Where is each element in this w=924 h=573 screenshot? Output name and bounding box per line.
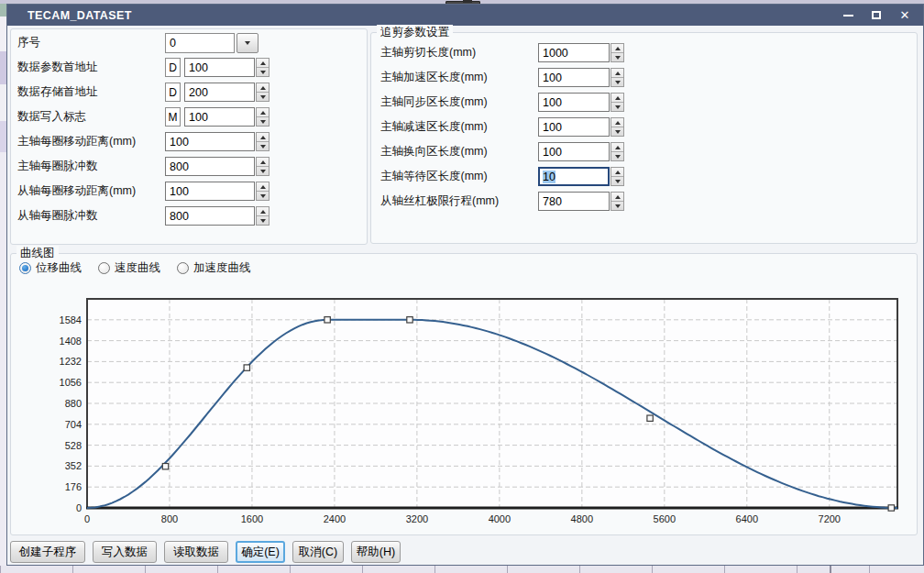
form-row-wait-zone: 主轴等待区长度(mm) 10 (371, 164, 917, 189)
cancel-button[interactable]: 取消(C) (292, 541, 344, 563)
spin-field-focused[interactable]: 10 (538, 167, 610, 186)
ok-button[interactable]: 确定(E) (236, 541, 285, 563)
arrow-up-icon (260, 111, 266, 115)
spin-up-button[interactable] (611, 94, 623, 102)
form-row-slave-distance: 从轴每圈移动距离(mm) 100 (17, 179, 361, 204)
form-row-master-distance: 主轴每圈移动距离(mm) 100 (17, 129, 361, 154)
field-label: 主轴同步区长度(mm) (380, 94, 538, 110)
spin-up-button[interactable] (257, 158, 269, 166)
spin-field[interactable]: 100 (184, 107, 255, 127)
spin-field[interactable]: 100 (165, 182, 255, 201)
displacement-curve-chart: 0176352528704880105612321408158408001600… (11, 287, 915, 534)
spin-up-button[interactable] (611, 143, 623, 151)
spin-field[interactable]: 1000 (538, 43, 610, 62)
svg-text:880: 880 (65, 398, 82, 409)
spin-up-button[interactable] (611, 44, 623, 52)
arrow-down-icon (260, 95, 266, 99)
shear-params-group: 追剪参数设置 主轴剪切长度(mm) 1000 主轴加速区长度(mm) 100 (370, 32, 918, 244)
spin-field[interactable]: 100 (538, 117, 610, 137)
spin-down-button[interactable] (611, 176, 623, 185)
spin-up-button[interactable] (257, 207, 269, 215)
spin-field[interactable]: 200 (184, 83, 255, 102)
spin-field[interactable]: 100 (538, 68, 610, 87)
spin-up-button[interactable] (257, 83, 269, 92)
spin-down-button[interactable] (611, 201, 623, 210)
read-data-button[interactable]: 读取数据 (164, 541, 228, 563)
spin-arrows (256, 206, 270, 226)
maximize-button[interactable] (866, 7, 886, 24)
spin-down-button[interactable] (611, 52, 623, 61)
spin-field[interactable]: 100 (538, 142, 610, 161)
combobox-value[interactable]: 0 (165, 33, 235, 53)
svg-text:176: 176 (65, 481, 82, 492)
create-subroutine-button[interactable]: 创建子程序 (10, 541, 85, 563)
slave-distance-spinbox: 100 (165, 182, 270, 201)
title-bar[interactable]: TECAM_DATASET ✕ (7, 5, 923, 26)
master-distance-spinbox: 100 (165, 132, 270, 151)
arrow-down-icon (260, 145, 266, 149)
spin-up-button[interactable] (611, 193, 623, 201)
spin-arrows (610, 117, 624, 137)
spin-down-button[interactable] (611, 77, 623, 86)
spin-field[interactable]: 800 (165, 206, 255, 226)
spin-down-button[interactable] (257, 67, 269, 76)
spin-field[interactable]: 780 (538, 192, 610, 211)
spin-arrows (610, 68, 624, 87)
dialog-content: 序号 0 数据参数首地址 D 100 数据存储首地址 (7, 26, 923, 565)
spin-down-button[interactable] (257, 92, 269, 101)
spin-down-button[interactable] (257, 215, 269, 225)
arrow-up-icon (615, 47, 621, 50)
arrow-up-icon (260, 210, 266, 214)
minimize-button[interactable] (838, 7, 858, 24)
curve-type-radios: 位移曲线 速度曲线 加速度曲线 (19, 260, 251, 276)
form-row-reverse-zone: 主轴换向区长度(mm) 100 (371, 139, 917, 164)
spin-field[interactable]: 100 (165, 132, 255, 151)
help-button[interactable]: 帮助(H) (351, 541, 401, 563)
spin-down-button[interactable] (611, 102, 623, 111)
spin-arrows (256, 182, 270, 201)
serial-number-combobox[interactable]: 0 (165, 33, 258, 53)
spin-field[interactable]: 800 (165, 157, 255, 176)
svg-text:1584: 1584 (60, 314, 82, 325)
svg-text:0: 0 (84, 513, 90, 524)
arrow-up-icon (260, 86, 266, 90)
radio-displacement-curve[interactable]: 位移曲线 (19, 260, 82, 276)
radio-icon (177, 262, 189, 274)
spin-up-button[interactable] (611, 118, 623, 127)
radio-velocity-curve[interactable]: 速度曲线 (98, 260, 160, 276)
background-window-divider (830, 566, 831, 573)
svg-text:528: 528 (65, 440, 82, 451)
spin-down-button[interactable] (257, 141, 269, 150)
arrow-down-icon (260, 219, 266, 223)
spin-field[interactable]: 100 (538, 93, 610, 112)
spin-down-button[interactable] (257, 191, 269, 200)
spin-down-button[interactable] (611, 127, 623, 136)
spin-up-button[interactable] (257, 59, 269, 67)
write-data-button[interactable]: 写入数据 (93, 541, 157, 563)
spin-up-button[interactable] (257, 108, 269, 116)
arrow-down-icon (615, 81, 621, 84)
close-button[interactable]: ✕ (895, 7, 915, 24)
radio-acceleration-curve[interactable]: 加速度曲线 (177, 260, 251, 276)
spin-up-button[interactable] (611, 168, 623, 176)
arrow-up-icon (260, 185, 266, 189)
spin-up-button[interactable] (257, 182, 269, 191)
spin-up-button[interactable] (611, 69, 623, 77)
write-flag-spinbox: 100 (184, 107, 270, 127)
arrow-up-icon (260, 61, 266, 65)
spin-down-button[interactable] (611, 151, 623, 160)
field-label: 主轴减速区长度(mm) (380, 119, 538, 135)
wait-zone-spinbox: 10 (538, 167, 624, 186)
svg-text:3200: 3200 (406, 513, 428, 524)
spin-field[interactable]: 100 (184, 58, 255, 77)
arrow-down-icon (615, 180, 621, 183)
spin-arrows (610, 142, 624, 161)
spin-down-button[interactable] (257, 166, 269, 175)
field-label: 主轴等待区长度(mm) (380, 169, 538, 184)
spin-down-button[interactable] (257, 116, 269, 126)
form-row-sync-zone: 主轴同步区长度(mm) 100 (371, 90, 917, 115)
spin-up-button[interactable] (257, 133, 269, 141)
combobox-dropdown-button[interactable] (236, 33, 258, 53)
arrow-up-icon (260, 160, 266, 164)
form-row-write-flag: 数据写入标志 M 100 (17, 105, 361, 129)
